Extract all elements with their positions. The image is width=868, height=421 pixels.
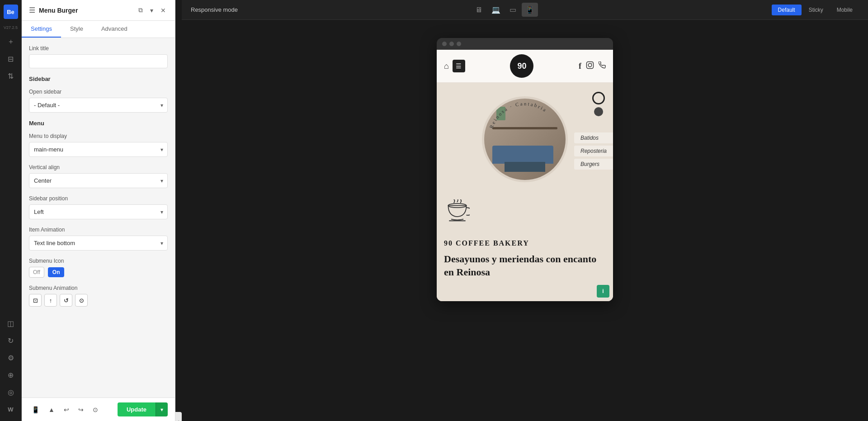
sliders-icon[interactable]: ⚙ — [4, 350, 18, 365]
phone-dot-1 — [442, 42, 447, 46]
circular-image-wrapper: Reinosa · Cantabria — [477, 92, 572, 187]
tab-style[interactable]: Style — [61, 21, 92, 38]
bakery-title: 90 COFFEE BAKERY — [444, 239, 606, 247]
layers-icon[interactable]: ◫ — [4, 316, 18, 331]
site-header-left: ⌂ ☰ — [444, 60, 465, 72]
hamburger-icon: ☰ — [29, 6, 35, 14]
refresh-icon[interactable]: ↻ — [4, 333, 18, 348]
link-title-label: Link title — [29, 45, 168, 52]
link-title-group: Link title — [29, 45, 168, 68]
toggle-on-btn[interactable]: On — [48, 267, 65, 277]
version-text: V27.2.5 — [4, 25, 18, 30]
sidebar-position-label: Sidebar position — [29, 195, 168, 202]
svg-rect-0 — [587, 62, 594, 69]
item-animation-select-wrapper: None Text line bottom Text line top Fade… — [29, 236, 168, 251]
menu-tags: Batidos Reposteria Burgers — [574, 132, 613, 170]
submenu-animation-group: Submenu Animation ⊡ ↑ ↺ ⊙ — [29, 285, 168, 307]
tablet-icon[interactable]: ▭ — [506, 3, 520, 17]
anim-option-1[interactable]: ⊡ — [29, 294, 42, 307]
menu-to-display-select-wrapper: main-menu secondary-menu footer-menu ▾ — [29, 142, 168, 157]
settings-panel: ☰ Menu Burger ⧉ ▾ ✕ Settings Style Advan… — [22, 0, 175, 421]
app-logo: Be — [4, 5, 18, 19]
phone-dot-3 — [457, 42, 461, 46]
panel-header-left: ☰ Menu Burger — [29, 6, 78, 14]
update-dropdown-icon[interactable]: ▾ — [156, 402, 168, 416]
wordpress-icon[interactable]: W — [4, 402, 18, 416]
mobile-device-icon[interactable]: 📱 — [522, 3, 538, 17]
panel-header-right: ⧉ ▾ ✕ — [137, 5, 168, 15]
submenu-icon-toggle: Off On — [29, 267, 168, 278]
toggle-off-btn[interactable]: Off — [29, 267, 44, 278]
panel-collapse-handle[interactable]: ‹ — [175, 412, 182, 421]
arrow-up-icon[interactable]: ▲ — [46, 404, 57, 415]
open-sidebar-label: Open sidebar — [29, 89, 168, 95]
open-sidebar-group: Open sidebar - Default - Left Right ▾ — [29, 89, 168, 113]
laptop-icon[interactable]: 💻 — [488, 3, 504, 17]
svg-text:Reinosa · Cantabria: Reinosa · Cantabria — [488, 101, 548, 129]
left-icon-bar: Be V27.2.5 ＋ ⊟ ⇅ ◫ ↻ ⚙ ⊕ ◎ W — [0, 0, 22, 421]
close-icon[interactable]: ✕ — [159, 6, 168, 15]
svg-point-1 — [588, 63, 592, 67]
responsive-mode-label: Responsive mode — [191, 6, 238, 13]
phone-dot-2 — [449, 42, 454, 46]
anim-option-4[interactable]: ⊙ — [75, 294, 88, 307]
menu-to-display-group: Menu to display main-menu secondary-menu… — [29, 133, 168, 157]
site-header-right: f — [579, 61, 606, 71]
vertical-align-label: Vertical align — [29, 164, 168, 170]
item-animation-label: Item Animation — [29, 227, 168, 233]
facebook-icon[interactable]: f — [579, 61, 581, 71]
sidebar-position-select[interactable]: Left Right — [29, 204, 168, 219]
submenu-icon-label: Submenu Icon — [29, 258, 168, 264]
canvas: ⌂ ☰ 90 f — [182, 20, 868, 421]
phone-mockup: ⌂ ☰ 90 f — [437, 38, 613, 301]
menu-tag-burgers: Burgers — [574, 159, 613, 170]
desktop-icon[interactable]: 🖥 — [472, 3, 486, 17]
site-header: ⌂ ☰ 90 f — [437, 50, 613, 83]
vertical-align-select-wrapper: Top Center Bottom ▾ — [29, 173, 168, 188]
anim-option-3[interactable]: ↺ — [60, 294, 72, 307]
content-section: 90 COFFEE BAKERY Desayunos y meriendas c… — [437, 232, 613, 301]
dropdown-arrow-icon[interactable]: ▾ — [148, 6, 155, 15]
add-element-icon[interactable]: ＋ — [4, 34, 18, 49]
globe-icon[interactable]: ⊕ — [4, 368, 18, 382]
view-btn-mobile[interactable]: Mobile — [830, 5, 859, 15]
update-button[interactable]: Update — [118, 402, 156, 416]
undo-icon[interactable]: ↩ — [61, 404, 72, 415]
sort-icon[interactable]: ⇅ — [4, 69, 18, 83]
instagram-icon[interactable] — [586, 61, 594, 71]
panel-content: Link title Sidebar Open sidebar - Defaul… — [22, 38, 175, 397]
deco-circle-icon — [594, 107, 603, 116]
menu-to-display-label: Menu to display — [29, 133, 168, 139]
item-animation-select[interactable]: None Text line bottom Text line top Fade — [29, 236, 168, 251]
submenu-animation-label: Submenu Animation — [29, 285, 168, 291]
vertical-align-select[interactable]: Top Center Bottom — [29, 173, 168, 188]
site-home-icon[interactable]: ⌂ — [444, 61, 449, 71]
vertical-align-group: Vertical align Top Center Bottom ▾ — [29, 164, 168, 188]
open-sidebar-select[interactable]: - Default - Left Right — [29, 98, 168, 113]
view-btn-default[interactable]: Default — [772, 5, 802, 15]
curved-text-svg: Reinosa · Cantabria — [477, 92, 572, 187]
redo-icon[interactable]: ↪ — [75, 404, 86, 415]
anim-option-2[interactable]: ↑ — [44, 294, 57, 307]
main-area: Responsive mode 🖥 💻 ▭ 📱 Default Sticky M… — [182, 0, 868, 421]
phone-icon[interactable] — [599, 61, 606, 71]
menu-tag-reposteria: Reposteria — [574, 146, 613, 156]
layout-icon[interactable]: ⊟ — [4, 52, 18, 66]
link-title-input[interactable] — [29, 54, 168, 68]
tab-advanced[interactable]: Advanced — [92, 21, 137, 38]
menu-to-display-select[interactable]: main-menu secondary-menu footer-menu — [29, 142, 168, 157]
preview-icon[interactable]: ⊙ — [90, 404, 101, 415]
bakery-description: Desayunos y meriendas con encanto en Rei… — [444, 253, 606, 279]
top-bar: Responsive mode 🖥 💻 ▭ 📱 Default Sticky M… — [182, 0, 868, 20]
mobile-icon[interactable]: 📱 — [29, 404, 42, 415]
window-icon[interactable]: ⧉ — [137, 5, 145, 15]
panel-header: ☰ Menu Burger ⧉ ▾ ✕ — [22, 0, 175, 21]
coffee-cup-decoration — [445, 199, 470, 224]
info-badge: i — [597, 285, 609, 298]
tab-settings[interactable]: Settings — [22, 21, 61, 38]
gear-icon[interactable]: ◎ — [4, 385, 18, 399]
phone-top-bar — [437, 38, 613, 50]
view-btn-sticky[interactable]: Sticky — [802, 5, 830, 15]
item-animation-group: Item Animation None Text line bottom Tex… — [29, 227, 168, 251]
site-menu-burger-icon[interactable]: ☰ — [453, 60, 465, 72]
